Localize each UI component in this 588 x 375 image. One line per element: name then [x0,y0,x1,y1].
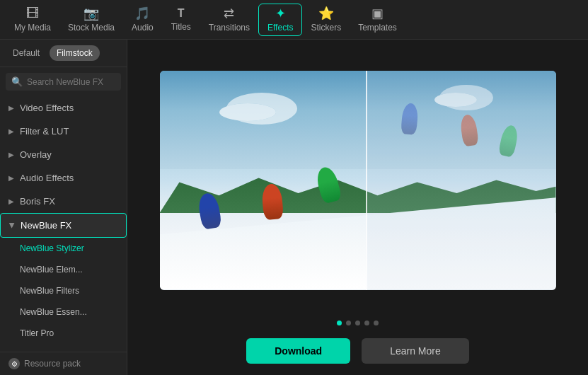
filter-tab-filmstock[interactable]: Filmstock [50,45,100,61]
effects-icon: ✦ [275,7,286,20]
nav-label-my-media: My Media [14,23,51,33]
templates-icon: ▣ [371,7,384,20]
snow-scene [160,71,556,290]
search-input[interactable] [27,77,115,87]
nav-item-effects[interactable]: ✦ Effects [258,4,302,36]
arrow-icon: ▶ [8,151,14,158]
sidebar-label-overlay: Overlay [20,149,52,160]
search-icon: 🔍 [11,76,23,87]
learn-more-button[interactable]: Learn More [362,338,469,364]
nav-item-audio[interactable]: 🎵 Audio [123,4,162,35]
stickers-icon: ⭐ [318,7,334,20]
resource-pack-item[interactable]: ⚙ Resource pack [0,352,127,375]
filter-tabs: Default Filmstock [6,45,121,61]
sidebar-top: Default Filmstock [0,40,127,67]
preview-area [127,40,588,315]
cloud-1 [219,103,276,121]
top-nav: 🎞 My Media 📷 Stock Media 🎵 Audio T Title… [0,0,588,40]
arrow-icon: ▶ [8,174,14,182]
main-layout: Default Filmstock 🔍 ▶ Video Effects ▶ Fi… [0,40,588,375]
sidebar-item-video-effects[interactable]: ▶ Video Effects [0,96,127,120]
nav-label-templates: Templates [358,23,397,33]
titles-icon: T [178,8,185,19]
bottom-actions: Download Learn More [127,331,588,375]
nav-label-titles: Titles [171,22,191,32]
nav-label-transitions: Transitions [209,23,250,33]
nav-label-stock-media: Stock Media [68,23,115,33]
sidebar-item-overlay[interactable]: ▶ Overlay [0,143,127,166]
arrow-icon: ▶ [8,197,14,205]
sidebar-item-newblue-fx[interactable]: ▶ NewBlue FX [0,213,127,238]
dot-4[interactable] [364,321,369,325]
sidebar-subitem-newblue-elem[interactable]: NewBlue Elem... [0,259,127,280]
resource-pack-label: Resource pack [24,359,81,369]
sidebar-item-boris-fx[interactable]: ▶ Boris FX [0,190,127,213]
sidebar-subitem-newblue-essen[interactable]: NewBlue Essen... [0,301,127,323]
preview-image [160,71,556,290]
filter-tab-default[interactable]: Default [6,45,47,61]
nav-label-stickers: Stickers [311,23,341,33]
dot-3[interactable] [355,321,360,325]
sidebar-subitem-newblue-stylizer[interactable]: NewBlue Stylizer [0,238,127,259]
my-media-icon: 🎞 [26,7,39,20]
download-button[interactable]: Download [246,338,350,364]
sidebar-items: ▶ Video Effects ▶ Filter & LUT ▶ Overlay… [0,96,127,352]
sidebar-item-audio-effects[interactable]: ▶ Audio Effects [0,166,127,190]
sidebar-subitem-newblue-filters[interactable]: NewBlue Filters [0,280,127,301]
nav-item-transitions[interactable]: ⇄ Transitions [200,4,258,35]
nav-item-titles[interactable]: T Titles [162,5,200,35]
search-bar[interactable]: 🔍 [6,73,121,91]
ghost-overlay [366,71,556,290]
nav-item-my-media[interactable]: 🎞 My Media [6,4,59,35]
stock-media-icon: 📷 [83,7,99,20]
sidebar-label-audio-effects: Audio Effects [20,173,74,183]
sidebar-item-filter-lut[interactable]: ▶ Filter & LUT [0,120,127,143]
dots-row [127,315,588,331]
sidebar-label-video-effects: Video Effects [20,103,74,113]
sidebar-label-filter-lut: Filter & LUT [20,126,69,137]
nav-label-audio: Audio [132,23,154,33]
nav-label-effects: Effects [267,23,293,33]
arrow-down-icon: ▶ [8,223,16,229]
dot-1[interactable] [337,321,342,325]
split-line [366,71,367,290]
content-area: Download Learn More [127,40,588,375]
sidebar-label-boris-fx: Boris FX [20,196,55,207]
nav-item-stickers[interactable]: ⭐ Stickers [302,4,350,35]
transitions-icon: ⇄ [224,7,234,20]
nav-item-templates[interactable]: ▣ Templates [350,4,405,35]
audio-icon: 🎵 [134,7,150,20]
resource-pack-icon: ⚙ [8,358,20,369]
dot-2[interactable] [346,321,351,325]
nav-item-stock-media[interactable]: 📷 Stock Media [59,4,123,35]
arrow-icon: ▶ [8,127,14,135]
sidebar-label-newblue-fx: NewBlue FX [21,220,71,231]
arrow-icon: ▶ [8,104,14,112]
dot-5[interactable] [374,321,379,325]
sidebar: Default Filmstock 🔍 ▶ Video Effects ▶ Fi… [0,40,127,375]
sidebar-subitem-titler-pro[interactable]: Titler Pro [0,323,127,344]
